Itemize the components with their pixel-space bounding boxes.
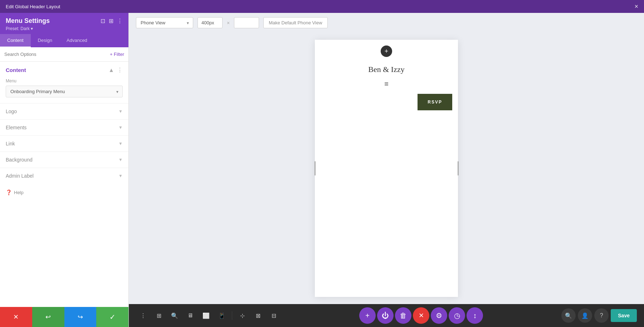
grid-icon[interactable]: ⊞ bbox=[109, 18, 113, 24]
left-panel: Menu Settings ⊡ ⊞ ⋮ Preset: Dark ▾ Conte… bbox=[0, 13, 129, 327]
tabs-bar: Content Design Advanced bbox=[0, 34, 128, 47]
help-row[interactable]: ❓ Help bbox=[0, 184, 128, 201]
title-close-button[interactable]: × bbox=[634, 3, 638, 10]
add-content-button[interactable]: + bbox=[381, 45, 392, 57]
background-chevron: ▼ bbox=[118, 157, 123, 162]
background-row[interactable]: Background ▼ bbox=[0, 152, 128, 168]
tab-advanced[interactable]: Advanced bbox=[59, 34, 94, 47]
cancel-button[interactable]: ✕ bbox=[0, 307, 32, 327]
title-bar-text: Edit Global Header Layout bbox=[6, 4, 60, 9]
panel-title-row: Menu Settings ⊡ ⊞ ⋮ bbox=[6, 17, 123, 25]
more-options-button[interactable]: ⋮ bbox=[136, 308, 150, 323]
make-default-button[interactable]: Make Default Phone View bbox=[263, 17, 327, 28]
confirm-button[interactable]: ✓ bbox=[96, 307, 128, 327]
history-button[interactable]: ◷ bbox=[449, 307, 465, 324]
width-input[interactable] bbox=[197, 17, 223, 28]
desktop-view-button[interactable]: 🖥 bbox=[183, 308, 197, 323]
elements-row[interactable]: Elements ▼ bbox=[0, 119, 128, 135]
search-tool-button[interactable]: 🔍 bbox=[167, 308, 182, 323]
filter-button[interactable]: + Filter bbox=[110, 52, 124, 57]
main-layout: Menu Settings ⊡ ⊞ ⋮ Preset: Dark ▾ Conte… bbox=[0, 13, 644, 327]
dimension-divider: × bbox=[227, 20, 230, 26]
preview-area: Phone View Tablet View Desktop View × Ma… bbox=[129, 13, 644, 327]
search-bar: + Filter bbox=[0, 47, 128, 62]
bottom-toolbar: ⋮ ⊞ 🔍 🖥 ⬜ 📱 ⊹ ⊠ ⊟ + ⏻ 🗑 ✕ ⚙ ◷ ↕ bbox=[129, 304, 644, 327]
link-row[interactable]: Link ▼ bbox=[0, 135, 128, 152]
menu-field-label: Menu bbox=[0, 77, 128, 86]
rsvp-area: RSVP bbox=[321, 91, 452, 110]
background-label: Background bbox=[6, 157, 33, 163]
height-input[interactable] bbox=[234, 17, 259, 28]
menu-select[interactable]: Onboarding Primary Menu Primary Menu Sec… bbox=[6, 86, 123, 97]
link-chevron: ▼ bbox=[118, 141, 123, 146]
preset-row: Preset: Dark ▾ bbox=[6, 26, 123, 31]
preview-toolbar: Phone View Tablet View Desktop View × Ma… bbox=[129, 13, 644, 33]
admin-label-chevron: ▼ bbox=[118, 173, 123, 178]
help-button[interactable]: ? bbox=[594, 308, 609, 323]
content-section-title: Content bbox=[6, 67, 26, 73]
view-select[interactable]: Phone View Tablet View Desktop View bbox=[136, 17, 193, 28]
delete-button[interactable]: 🗑 bbox=[395, 307, 411, 324]
brand-name: Ben & Izzy bbox=[321, 65, 452, 77]
grid-view-button[interactable]: ⊞ bbox=[152, 308, 166, 323]
link-label: Link bbox=[6, 141, 15, 146]
stats-button[interactable]: ↕ bbox=[467, 307, 483, 324]
hamburger-icon[interactable]: ≡ bbox=[321, 77, 452, 91]
desktop-icon[interactable]: ⊡ bbox=[101, 18, 105, 24]
preset-label: Preset: Dark bbox=[6, 26, 30, 31]
tab-design[interactable]: Design bbox=[31, 34, 59, 47]
settings-button[interactable]: ⚙ bbox=[431, 307, 447, 324]
title-bar: Edit Global Header Layout × bbox=[0, 0, 644, 13]
center-toolbar-group: + ⏻ 🗑 ✕ ⚙ ◷ ↕ bbox=[359, 307, 483, 324]
help-icon: ❓ bbox=[6, 189, 12, 195]
wireframe-button[interactable]: ⊹ bbox=[235, 308, 249, 323]
phone-frame: + Ben & Izzy ≡ RSVP bbox=[315, 40, 458, 297]
undo-button[interactable]: ↩ bbox=[32, 307, 64, 327]
admin-label-text: Admin Label bbox=[6, 173, 34, 179]
more-icon[interactable]: ⋮ bbox=[117, 18, 123, 24]
menu-select-wrapper: Onboarding Primary Menu Primary Menu Sec… bbox=[6, 86, 123, 97]
content-section-header: Content ▲ ⋮ bbox=[0, 62, 128, 77]
elements-chevron: ▼ bbox=[118, 125, 123, 130]
admin-label-row[interactable]: Admin Label ▼ bbox=[0, 168, 128, 184]
elements-label: Elements bbox=[6, 125, 26, 130]
panel-header: Menu Settings ⊡ ⊞ ⋮ Preset: Dark ▾ bbox=[0, 13, 128, 34]
add-element-button[interactable]: + bbox=[359, 307, 376, 324]
phone-view-button[interactable]: 📱 bbox=[215, 308, 229, 323]
panel-header-icons: ⊡ ⊞ ⋮ bbox=[101, 18, 123, 24]
logo-chevron: ▼ bbox=[118, 109, 123, 114]
grid-overlay-button[interactable]: ⊠ bbox=[251, 308, 265, 323]
close-action-button[interactable]: ✕ bbox=[413, 307, 429, 324]
tab-content[interactable]: Content bbox=[0, 34, 31, 47]
handle-bar-right bbox=[458, 161, 459, 175]
panel-title: Menu Settings bbox=[6, 17, 50, 25]
collapse-icon[interactable]: ▲ bbox=[108, 67, 114, 73]
left-toolbar-group: ⋮ ⊞ 🔍 🖥 ⬜ 📱 ⊹ ⊠ ⊟ bbox=[136, 308, 281, 323]
view-select-wrapper: Phone View Tablet View Desktop View bbox=[136, 17, 193, 28]
search-right-button[interactable]: 🔍 bbox=[561, 308, 576, 323]
preset-dropdown-arrow[interactable]: ▾ bbox=[31, 26, 33, 31]
save-button[interactable]: Save bbox=[611, 309, 637, 322]
account-button[interactable]: 👤 bbox=[578, 308, 592, 323]
panel-content: Content ▲ ⋮ Menu Onboarding Primary Menu… bbox=[0, 62, 128, 307]
preview-canvas: + Ben & Izzy ≡ RSVP bbox=[129, 33, 644, 304]
help-label: Help bbox=[14, 190, 24, 195]
phone-content: + Ben & Izzy ≡ RSVP bbox=[315, 40, 458, 115]
right-actions: 🔍 👤 ? Save bbox=[561, 308, 637, 323]
bottom-action-bar: ✕ ↩ ↪ ✓ bbox=[0, 307, 128, 327]
power-button[interactable]: ⏻ bbox=[377, 307, 394, 324]
section-more-icon[interactable]: ⋮ bbox=[117, 67, 123, 73]
search-options-input[interactable] bbox=[4, 52, 110, 57]
redo-button[interactable]: ↪ bbox=[64, 307, 97, 327]
section-header-icons: ▲ ⋮ bbox=[108, 67, 123, 73]
handle-bar-left bbox=[314, 161, 316, 175]
tablet-view-button[interactable]: ⬜ bbox=[199, 308, 213, 323]
rsvp-button[interactable]: RSVP bbox=[418, 94, 452, 110]
logo-row[interactable]: Logo ▼ bbox=[0, 103, 128, 119]
logo-label: Logo bbox=[6, 109, 17, 114]
toolbar-separator-1 bbox=[232, 311, 232, 320]
layout-view-button[interactable]: ⊟ bbox=[267, 308, 281, 323]
